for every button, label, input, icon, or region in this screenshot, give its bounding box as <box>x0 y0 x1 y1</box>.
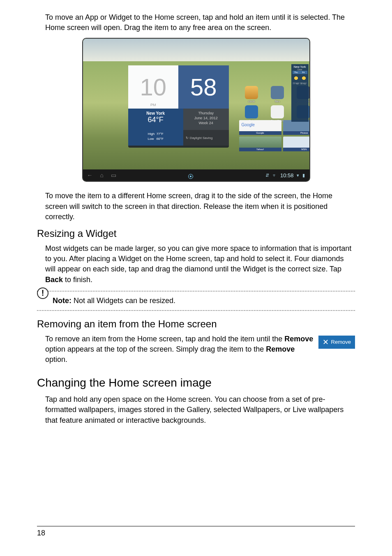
clock-hour: 10 PM <box>128 65 179 109</box>
paragraph-move-side: To move the item to a different Home scr… <box>37 191 355 222</box>
clock-weather-widget: 10 PM 58 New York 64°F Thursday June 14,… <box>128 65 229 148</box>
heading-remove-item: Removing an item from the Home screen <box>37 318 355 330</box>
side-weather-widget: New York Clear ThuFri 77°/60° 78°/61° <box>291 64 309 122</box>
widgets-grid: GoogleGoogle Picasa Yahoo! MSN <box>239 120 310 151</box>
home-screen-figure: 10 PM 58 New York 64°F Thursday June 14,… <box>37 38 355 183</box>
recent-icon[interactable]: ▭ <box>111 172 116 178</box>
note-body: Not all Widgets can be resized. <box>71 297 175 305</box>
remove-label: Remove <box>331 339 351 345</box>
heading-change-image: Changing the Home screen image <box>37 376 355 389</box>
paragraph-change-image: Tap and hold any open space on the Home … <box>37 394 355 426</box>
wifi-icon: ᯤ <box>272 173 277 178</box>
weather-location: New York 64°F <box>128 109 183 130</box>
note-block: ! Note: Not all Widgets can be resized. <box>37 291 355 311</box>
system-navbar: ← ⌂ ▭ ⇵ ᯤ 10:58 ▾ ▮ <box>83 169 309 181</box>
statusbar-clock: 10:58 <box>280 172 294 178</box>
weather-high-low: High 77°F Low 60°F <box>128 130 183 146</box>
paragraph-move-item: To move an App or Widget to the Home scr… <box>37 12 355 33</box>
back-icon[interactable]: ← <box>87 172 93 178</box>
date-info: Thursday June 14, 2012 Week 24 <box>183 109 229 130</box>
ring-icon[interactable] <box>188 174 193 179</box>
remove-option-illustration: ✕ Remove <box>318 336 355 349</box>
page-footer: 18 <box>37 526 355 537</box>
paragraph-resize: Most widgets can be made larger, so you … <box>37 243 355 285</box>
clock-minute: 58 <box>178 65 229 109</box>
tablet-screenshot: 10 PM 58 New York 64°F Thursday June 14,… <box>82 38 310 182</box>
status-icon: ⇵ <box>265 173 269 178</box>
heading-resize-widget: Resizing a Widget <box>37 228 355 239</box>
note-icon: ! <box>37 287 48 299</box>
note-label: Note: <box>53 297 71 305</box>
home-icon[interactable]: ⌂ <box>100 172 104 178</box>
page-number: 18 <box>37 529 45 537</box>
battery-icon: ▮ <box>302 173 305 178</box>
paragraph-remove: To remove an item from the Home screen, … <box>37 334 355 365</box>
close-icon: ✕ <box>323 338 329 346</box>
signal-icon: ▾ <box>297 173 299 178</box>
daylight-saving-label: ↻Daylight Saving <box>183 130 229 146</box>
